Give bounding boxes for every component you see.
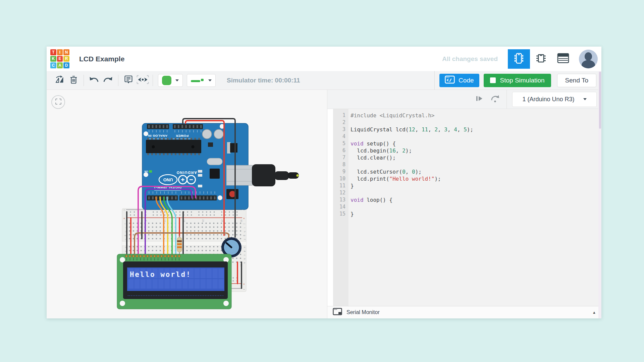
code-line bbox=[351, 161, 601, 168]
tinkercad-logo[interactable]: TINKERCAD bbox=[50, 49, 69, 68]
send-to-button[interactable]: Send To bbox=[557, 74, 596, 87]
notes-button[interactable] bbox=[121, 73, 136, 87]
component-color-dropdown[interactable] bbox=[158, 74, 183, 87]
stop-simulation-button[interactable]: Stop Simulation bbox=[484, 74, 551, 87]
logo-tile: D bbox=[63, 62, 69, 68]
step-button[interactable] bbox=[473, 93, 485, 105]
undo-icon bbox=[89, 76, 99, 85]
visibility-icon bbox=[137, 75, 149, 85]
circuit-canvas-area[interactable]: jjiihhggffeeddccbbaa11551010151520202525… bbox=[47, 90, 327, 318]
zoom-to-fit-button[interactable] bbox=[51, 95, 65, 109]
line-number: 7 bbox=[333, 154, 348, 161]
board-selector-label: 1 (Arduino Uno R3) bbox=[522, 96, 574, 103]
step-icon bbox=[475, 94, 483, 104]
stop-button-label: Stop Simulation bbox=[500, 77, 545, 84]
code-button[interactable]: Code bbox=[439, 74, 479, 87]
redo-icon bbox=[103, 76, 113, 85]
code-line: } bbox=[351, 210, 601, 218]
svg-text:a: a bbox=[244, 262, 246, 263]
arduino-analog-label: ANALOG IN bbox=[148, 134, 167, 138]
svg-text:−: − bbox=[243, 288, 245, 291]
list-view-button[interactable] bbox=[552, 49, 574, 69]
code-line: void setup() { bbox=[351, 140, 601, 147]
avatar[interactable] bbox=[579, 50, 598, 68]
collapse-caret-icon[interactable]: ▲ bbox=[592, 310, 596, 314]
svg-text:30: 30 bbox=[240, 220, 243, 222]
svg-text:+: + bbox=[243, 217, 245, 220]
svg-text:−: − bbox=[123, 208, 125, 212]
svg-text:20: 20 bbox=[202, 220, 204, 222]
code-line: lcd.setCursor(0, 0); bbox=[351, 168, 601, 175]
undo-button[interactable] bbox=[87, 73, 101, 87]
code-line: } bbox=[351, 182, 601, 189]
svg-text:j: j bbox=[243, 223, 246, 224]
line-number: 1 bbox=[333, 112, 348, 119]
line-number: 6 bbox=[333, 147, 348, 154]
visibility-button[interactable] bbox=[136, 73, 150, 87]
svg-text:i: i bbox=[244, 228, 246, 228]
line-number: 13 bbox=[333, 196, 348, 203]
lcd-screen-text: Hello world! bbox=[130, 270, 191, 279]
svg-text:d: d bbox=[244, 251, 246, 252]
component-list-icon bbox=[557, 53, 569, 65]
header: TINKERCAD LCD Example All changes saved bbox=[47, 47, 601, 71]
page-title[interactable]: LCD Example bbox=[79, 55, 124, 63]
ic-chip-icon bbox=[535, 52, 547, 66]
circuit-svg[interactable]: jjiihhggffeeddccbbaa11551010151520202525… bbox=[47, 90, 327, 318]
logo-tile: R bbox=[63, 56, 69, 62]
code-toolbar: 1 (Arduino Uno R3) bbox=[327, 90, 601, 109]
logo-tile: C bbox=[50, 62, 56, 68]
window-scrollbar[interactable] bbox=[598, 71, 601, 318]
arduino-uno[interactable]: ANALOG IN POWER UNO bbox=[142, 123, 299, 209]
redo-button[interactable] bbox=[101, 73, 115, 87]
toolbar-separator bbox=[153, 75, 153, 86]
code-editor[interactable]: 123456789101112131415 #include <LiquidCr… bbox=[327, 109, 601, 306]
editor-code[interactable]: #include <LiquidCrystal.h>LiquidCrystal … bbox=[348, 109, 601, 306]
code-panel: 1 (Arduino Uno R3) 123456789101112131415… bbox=[327, 90, 601, 318]
code-line bbox=[351, 189, 601, 196]
serial-monitor-bar[interactable]: Serial Monitor ▲ bbox=[327, 306, 601, 318]
debug-button[interactable] bbox=[489, 93, 501, 105]
arduino-brand-label: ARDUINO bbox=[176, 171, 197, 175]
autosave-status: All changes saved bbox=[442, 55, 498, 63]
chevron-down-icon bbox=[175, 79, 179, 81]
circuit-view-icon bbox=[513, 52, 525, 66]
logo-tile: T bbox=[50, 49, 56, 55]
logo-tile: N bbox=[63, 49, 69, 55]
send-to-label: Send To bbox=[565, 77, 588, 84]
debug-icon bbox=[490, 94, 500, 105]
usb-cable[interactable] bbox=[252, 164, 299, 186]
logo-tile: I bbox=[57, 49, 63, 55]
arduino-model-label: UNO bbox=[163, 177, 173, 182]
avatar-head bbox=[585, 52, 592, 61]
svg-text:f: f bbox=[244, 239, 246, 240]
wire-swatch bbox=[191, 77, 204, 84]
svg-text:h: h bbox=[244, 231, 246, 232]
toolbar-separator bbox=[84, 75, 84, 86]
notes-icon bbox=[124, 75, 133, 85]
rotate-button[interactable] bbox=[52, 73, 66, 87]
svg-text:+: + bbox=[123, 217, 125, 220]
line-number: 5 bbox=[333, 140, 348, 147]
chevron-down-icon bbox=[208, 79, 212, 81]
logo-tile: K bbox=[50, 56, 56, 62]
line-number: 8 bbox=[333, 161, 348, 168]
ic-view-button[interactable] bbox=[530, 49, 552, 69]
code-line bbox=[351, 119, 601, 126]
circuit-view-button[interactable] bbox=[508, 49, 530, 69]
wire-style-dropdown[interactable] bbox=[187, 74, 216, 87]
chevron-down-icon bbox=[583, 98, 587, 100]
lcd-display[interactable]: Hello world! bbox=[117, 254, 231, 309]
toolbar-separator bbox=[434, 71, 435, 90]
editor-left-margin bbox=[327, 109, 333, 306]
svg-text:g: g bbox=[243, 235, 246, 236]
code-line: lcd.begin(16, 2); bbox=[351, 147, 601, 154]
code-line bbox=[351, 133, 601, 140]
stop-icon bbox=[490, 77, 496, 83]
code-icon bbox=[445, 75, 455, 86]
serial-monitor-icon bbox=[333, 308, 342, 317]
zoom-to-fit-icon bbox=[55, 98, 62, 106]
delete-button[interactable] bbox=[66, 73, 80, 87]
board-selector-dropdown[interactable]: 1 (Arduino Uno R3) bbox=[512, 92, 597, 107]
simulator-time: Simulator time: 00:00:11 bbox=[227, 77, 300, 84]
